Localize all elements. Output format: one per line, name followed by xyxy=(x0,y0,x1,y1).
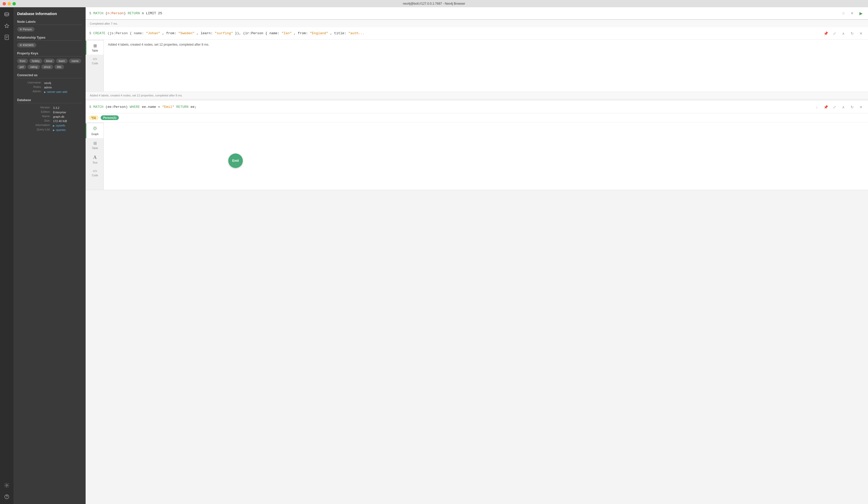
top-query-text: $ MATCH (n:Person) RETURN n LIMIT 25 xyxy=(89,11,836,15)
queries-link[interactable]: :queries xyxy=(53,128,66,132)
information-label: Information: xyxy=(18,123,52,127)
nav-bookmark-icon[interactable] xyxy=(2,21,11,31)
nav-doc-icon[interactable] xyxy=(2,33,11,42)
query-label: n:Person xyxy=(107,11,123,15)
node-labels-group: Person xyxy=(17,27,82,32)
badge-person[interactable]: Person(1) xyxy=(101,115,119,120)
database-section: Database xyxy=(17,98,82,103)
top-query-bar: $ MATCH (n:Person) RETURN n LIMIT 25 ☆ ✕… xyxy=(86,7,868,20)
username-value: neo4j xyxy=(44,81,81,85)
nav-settings-icon[interactable] xyxy=(2,481,11,490)
edition-value: Enterprise xyxy=(53,110,81,114)
prop-key-since[interactable]: since xyxy=(41,65,53,69)
table-icon-1: ⊞ xyxy=(93,43,97,48)
code-icon-1: </> xyxy=(93,57,97,61)
prop-key-klout[interactable]: klout xyxy=(44,59,55,63)
prop-key-rating[interactable]: rating xyxy=(28,65,40,69)
create-query-actions: 📌 ⤢ ∧ ↻ ✕ xyxy=(822,30,864,37)
roles-label: Roles: xyxy=(18,85,44,89)
prop-key-learn[interactable]: learn xyxy=(56,59,68,63)
tab-table-label-2: Table xyxy=(92,147,98,150)
tab-table-1[interactable]: ⊞ Table xyxy=(86,41,104,55)
relationship-types-group: KNOWS xyxy=(17,43,82,48)
prop-key-hobby[interactable]: hobby xyxy=(29,59,42,63)
sysinfo-link[interactable]: :sysinfo xyxy=(53,124,65,127)
database-table: Version: 3.3.2 Edition: Enterprise Name:… xyxy=(17,105,82,132)
create-query-bar: $ CREATE (js:Person { name: "Johan" , fr… xyxy=(86,27,868,40)
roles-value: admin xyxy=(44,85,81,89)
table-icon-2: ⊞ xyxy=(93,141,97,146)
rel-type-text: KNOWS xyxy=(23,44,34,47)
completed-text: Completed after 7 ms. xyxy=(90,22,118,25)
star-button[interactable]: ☆ xyxy=(840,10,847,17)
create-status-bottom: Added 4 labels, created 4 nodes, set 12 … xyxy=(86,92,868,99)
username-label: Username: xyxy=(18,81,44,85)
collapse-button-1[interactable]: ∧ xyxy=(840,30,847,37)
svg-point-7 xyxy=(7,498,7,498)
close-button-1[interactable]: ✕ xyxy=(858,30,864,37)
tab-text-2[interactable]: A Text xyxy=(86,152,104,167)
refresh-button-1[interactable]: ↻ xyxy=(849,30,856,37)
prop-key-title[interactable]: title xyxy=(54,65,64,69)
expand-button-1[interactable]: ⤢ xyxy=(831,30,838,37)
edition-label: Edition: xyxy=(18,110,52,114)
collapse-button-2[interactable]: ∧ xyxy=(840,104,847,111)
connected-as-section: Connected as xyxy=(17,73,82,78)
pin-button-2[interactable]: 📌 xyxy=(822,104,829,111)
graph-icon-2 xyxy=(93,126,97,132)
status-completed: Completed after 7 ms. xyxy=(86,20,868,27)
connected-as-table: Username: neo4j Roles: admin Admin: :ser… xyxy=(17,80,82,94)
size-label: Size: xyxy=(18,119,52,123)
code-icon-2: </> xyxy=(93,169,97,173)
close-button-top[interactable]: ✕ xyxy=(849,10,856,17)
text-icon-2: A xyxy=(93,155,97,160)
prop-key-pet[interactable]: pet xyxy=(17,65,26,69)
tab-table-label-1: Table xyxy=(92,49,98,52)
refresh-button-2[interactable]: ↻ xyxy=(849,104,856,111)
node-label-tag-person[interactable]: Person xyxy=(17,27,34,32)
create-result-tabs: ⊞ Table </> Code xyxy=(86,40,104,92)
tab-code-label-2: Code xyxy=(92,174,98,177)
pin-button-1[interactable]: 📌 xyxy=(822,30,829,37)
close-button[interactable] xyxy=(3,2,6,6)
db-name-label: Name: xyxy=(18,115,52,118)
emil-node-label: Emil xyxy=(232,159,239,162)
create-result-content: Added 4 labels, created 4 nodes, set 12 … xyxy=(104,40,868,50)
play-button-top[interactable]: ▶ xyxy=(858,10,864,17)
match-emil-query-bar: $ MATCH (ee:Person) WHERE ee.name = "Emi… xyxy=(86,101,868,113)
main-content: $ MATCH (n:Person) RETURN n LIMIT 25 ☆ ✕… xyxy=(86,7,868,504)
result-badges: *(1) Person(1) xyxy=(86,113,868,122)
top-query-actions: ☆ ✕ ▶ xyxy=(840,10,864,17)
nav-help-icon[interactable] xyxy=(2,492,11,501)
relationship-types-section: Relationship Types xyxy=(17,36,82,41)
emil-node[interactable]: Emil xyxy=(228,154,243,168)
property-keys-group: from hobby klout learn name pet rating s… xyxy=(17,59,82,69)
expand-button-2[interactable]: ⤢ xyxy=(831,104,838,111)
graph-view: Emil xyxy=(104,122,868,190)
minimize-button[interactable] xyxy=(8,2,11,6)
tab-graph-2[interactable]: Graph xyxy=(86,123,104,138)
create-status-text: Added 4 labels, created 4 nodes, set 12 … xyxy=(90,94,183,97)
prop-key-from[interactable]: from xyxy=(17,59,28,63)
tab-text-label-2: Text xyxy=(93,161,97,164)
tab-table-2[interactable]: ⊞ Table xyxy=(86,138,104,152)
download-button-2[interactable]: ↓ xyxy=(814,104,820,111)
tab-code-1[interactable]: </> Code xyxy=(86,55,104,67)
query-list-label: Query List: xyxy=(18,128,52,132)
match-keyword: MATCH xyxy=(93,11,104,15)
close-button-2[interactable]: ✕ xyxy=(858,104,864,111)
nav-database-icon[interactable] xyxy=(2,10,11,19)
admin-link[interactable]: :server user add xyxy=(44,90,67,93)
icon-nav xyxy=(0,7,13,504)
node-labels-section: Node Labels xyxy=(17,20,82,25)
badge-count[interactable]: *(1) xyxy=(89,115,99,120)
match-result-area: Graph ⊞ Table A Text </> Code xyxy=(86,122,868,190)
maximize-button[interactable] xyxy=(12,2,16,6)
create-result-main: Added 4 labels, created 4 nodes, set 12 … xyxy=(104,40,868,92)
svg-point-5 xyxy=(6,485,8,486)
window-title: neo4j@bolt://127.0.0.1:7687 - Neo4j Brow… xyxy=(403,2,465,6)
rel-type-tag-knows[interactable]: KNOWS xyxy=(17,43,36,48)
prop-key-name[interactable]: name xyxy=(69,59,81,63)
tab-code-2[interactable]: </> Code xyxy=(86,167,104,179)
match-result-main: Emil xyxy=(104,122,868,190)
